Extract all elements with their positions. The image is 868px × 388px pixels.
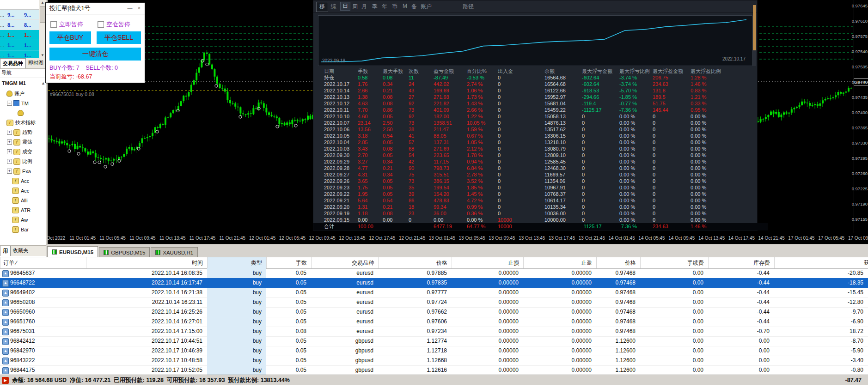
order-value: 0.00000	[572, 288, 592, 297]
ea-panel[interactable]: 投汇帮|猎犬1号 — × 立即暂停 空仓暂停 平仓BUY 平仓SELL 一键清仓…	[45, 2, 145, 83]
order-row-96842412[interactable]: ▲968424122022.10.17 10:44:51buy0.05gbpus…	[0, 336, 868, 346]
menu-item-日[interactable]: 日	[340, 2, 350, 11]
navigator-item-Bar[interactable]: ƒBar	[0, 224, 46, 234]
order-row-96649402[interactable]: ▲966494022022.10.14 16:21:38buy0.05eurus…	[0, 288, 868, 298]
chevron-up-icon[interactable]: ▲	[41, 79, 45, 88]
order-value: 0.05	[296, 336, 306, 346]
tab-common[interactable]: 用	[0, 246, 11, 256]
overlay-scrollbar-thumb[interactable]	[753, 5, 756, 50]
order-cell: 0.97468	[596, 278, 640, 288]
stats-row: 2022.10.171.760.3424442.022.74 %016564.6…	[313, 81, 768, 87]
stat-cell: -0.53 %	[467, 74, 498, 81]
tab-symbols[interactable]: 交易品种	[0, 58, 26, 68]
stat-cell: 0.00 %	[619, 184, 653, 191]
close-all-button[interactable]: 一键清仓	[49, 48, 141, 61]
navigator-item-Exa[interactable]: +ƒExa	[0, 166, 46, 176]
navigator-item-ATR[interactable]: ƒATR	[0, 205, 46, 215]
navigator-item-技术指标[interactable]: ƒ技术指标	[0, 118, 46, 127]
minimize-icon[interactable]: —	[126, 5, 134, 12]
checkbox-icon[interactable]	[50, 21, 57, 28]
navigator-item-比例[interactable]: +ƒ比例	[0, 157, 46, 166]
stat-cell: 15058.13	[544, 113, 582, 120]
order-row-96650960[interactable]: ▲966509602022.10.14 16:25:26buy0.05eurus…	[0, 307, 868, 317]
navigator-item-账户[interactable]: 账户	[0, 89, 46, 98]
fd-icon: ƒ	[12, 226, 19, 233]
chart-tab-XAUUSD,H1[interactable]: XAUUSD,H1	[151, 247, 198, 257]
orders-col-header[interactable]: 价格	[378, 257, 452, 268]
navigator-item-Acc[interactable]: ƒAcc	[0, 186, 46, 195]
expand-icon[interactable]: +	[7, 159, 12, 164]
navigator-item-趋势[interactable]: +ƒ趋势	[0, 127, 46, 137]
close-buy-button[interactable]: 平仓BUY	[49, 31, 91, 44]
order-cell: 2022.10.14 17:15:00	[86, 327, 207, 336]
menu-item-备[interactable]: 备	[411, 3, 417, 11]
orders-col-header[interactable]: 订单 ∕	[0, 257, 86, 268]
orders-col-header[interactable]: 获利	[774, 257, 868, 268]
navigator-item-震荡[interactable]: +ƒ震荡	[0, 137, 46, 147]
tab-tick-chart[interactable]: 即时图	[26, 58, 46, 68]
stat-cell: 0	[653, 152, 691, 158]
chart-tab-EURUSD,M15[interactable]: EURUSD,M15	[47, 246, 98, 257]
pause-flat-checkbox-row[interactable]: 空仓暂停	[98, 20, 130, 29]
order-row-96844175[interactable]: ▲968441752022.10.17 10:52:05buy0.05gbpus…	[0, 365, 868, 376]
order-row-96650208[interactable]: ▲966502082022.10.14 16:23:11buy0.05eurus…	[0, 297, 868, 308]
tree-item-label: 比例	[22, 158, 32, 165]
order-row-96675031[interactable]: ▲966750312022.10.14 17:15:00buy0.08eurus…	[0, 327, 868, 337]
order-cell: eurusd	[311, 307, 378, 317]
menu-item-周[interactable]: 周	[352, 3, 358, 11]
order-row-96842970[interactable]: ▲968429702022.10.17 10:46:39buy0.05gbpus…	[0, 346, 868, 356]
close-sell-button[interactable]: 平仓SELL	[97, 31, 141, 44]
close-icon[interactable]: ×	[135, 5, 143, 12]
collapse-icon[interactable]: −	[7, 101, 12, 106]
checkbox-icon[interactable]	[98, 21, 104, 28]
move-icon[interactable]: 移	[316, 2, 328, 12]
navigator-group[interactable]: TMGM M1 ▲	[0, 79, 48, 88]
navigator-item[interactable]	[0, 108, 46, 118]
chart-tab-GBPUSD,M15[interactable]: GBPUSD,M15	[99, 247, 150, 257]
orders-col-header[interactable]: 交易品种	[311, 257, 379, 268]
orders-col-header[interactable]: 手续费	[640, 257, 709, 268]
order-row-96843222[interactable]: ▲968432222022.10.17 10:48:58buy0.05gbpus…	[0, 356, 868, 366]
orders-col-header[interactable]: 止损	[452, 257, 524, 268]
order-cell: 0.97468	[596, 327, 640, 336]
order-row-96651760[interactable]: ▲966517602022.10.14 16:27:01buy0.05eurus…	[0, 317, 868, 327]
expand-icon[interactable]: +	[7, 139, 12, 145]
menu-item-月[interactable]: 月	[361, 3, 367, 11]
orders-col-header[interactable]: 价格	[596, 257, 641, 268]
orders-header[interactable]: 订单 ∕时间类型手数交易品种价格止损止盈价格手续费库存费获利	[0, 257, 868, 269]
menu-item-季[interactable]: 季	[372, 3, 378, 11]
navigator-item-Acc[interactable]: ƒAcc	[0, 176, 46, 186]
order-row-96648722[interactable]: ▲966487222022.10.14 16:17:47buy0.05eurus…	[0, 278, 868, 288]
order-row-96645637[interactable]: ▲966456372022.10.14 16:08:35buy0.05eurus…	[0, 268, 868, 279]
navigator-item-成交[interactable]: +ƒ成交	[0, 147, 46, 157]
stat-cell: 3.65	[358, 178, 383, 184]
pause-now-checkbox-row[interactable]: 立即暂停	[50, 20, 83, 29]
menu-item-币[interactable]: 币	[392, 3, 397, 11]
orders-col-header[interactable]: 库存费	[708, 257, 775, 268]
orders-col-header[interactable]: 时间	[86, 257, 208, 268]
stat-cell: 0	[582, 191, 619, 197]
menu-item-path[interactable]: 路径	[463, 3, 474, 11]
tab-favorites[interactable]: 收藏夹	[11, 246, 31, 256]
time-axis-label: 14 Oct 21:45	[758, 236, 785, 241]
menu-item-综[interactable]: 综	[330, 3, 336, 11]
menu-item-M[interactable]: M	[403, 3, 407, 9]
stat-cell: 1.95	[358, 191, 383, 197]
navigator-item-Alli[interactable]: ƒAlli	[0, 195, 46, 205]
expand-icon[interactable]: +	[7, 149, 12, 154]
orders-col-header[interactable]: 手数	[266, 257, 312, 268]
orders-col-header[interactable]: 类型	[207, 257, 267, 268]
menu-item-账户[interactable]: 账户	[421, 3, 432, 11]
navigator-item-Aw[interactable]: ƒAw	[0, 215, 46, 224]
stat-cell: 0.00 %	[619, 126, 653, 133]
menu-item-年[interactable]: 年	[382, 3, 387, 11]
expand-icon[interactable]: +	[7, 130, 12, 135]
scroll-up-icon[interactable]: ▲	[40, 0, 45, 6]
overlay-scrollbar[interactable]	[753, 5, 756, 66]
order-value: eurusd	[356, 268, 373, 278]
scroll-down-icon[interactable]: ▼	[40, 53, 45, 58]
expand-icon[interactable]: +	[7, 169, 12, 174]
order-cell: 0.00000	[452, 365, 523, 375]
navigator-item-TM[interactable]: −TM	[0, 98, 46, 108]
orders-col-header[interactable]: 止盈	[523, 257, 597, 268]
